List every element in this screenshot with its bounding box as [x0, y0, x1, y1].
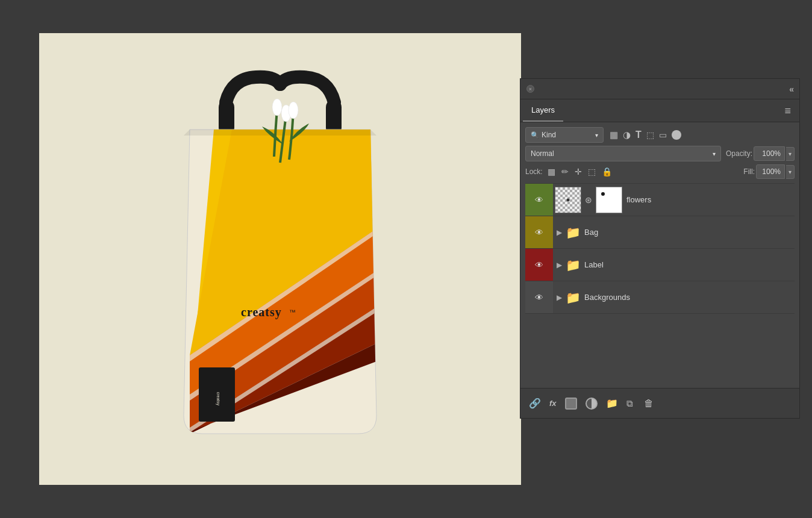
eye-icon: 👁	[535, 228, 543, 237]
filter-smart-icon[interactable]: ▭	[659, 130, 667, 140]
lock-label: Lock:	[525, 167, 543, 176]
layer-visibility-label[interactable]: 👁	[525, 249, 553, 281]
blend-chevron-icon: ▾	[713, 151, 716, 157]
app-container: creatsy creatsy ™	[0, 0, 812, 518]
filter-adjustments-icon[interactable]: ◑	[623, 130, 631, 140]
opacity-chevron[interactable]: ▾	[786, 147, 795, 161]
panel-bottom-toolbar: 🔗 fx 📁 ⧉ 🗑	[520, 388, 799, 418]
lock-row: Lock: ▦ ✏ ✛ ⬚ 🔒 Fill: 100% ▾	[525, 164, 795, 179]
panel-tabs: Layers ≡	[520, 99, 799, 122]
panel-close-button[interactable]: ×	[526, 85, 534, 93]
adjustment-layer-button[interactable]	[586, 398, 598, 410]
svg-point-18	[272, 99, 282, 116]
blend-mode-dropdown[interactable]: Normal ▾	[525, 146, 721, 161]
svg-text:creatsy: creatsy	[216, 392, 220, 406]
panel-body: 🔍 Kind ▾ ▦ ◑ T ⬚ ▭	[520, 122, 799, 388]
new-artboard-button[interactable]: ⧉	[626, 398, 633, 409]
layer-thumbnail-flowers-1	[555, 187, 581, 213]
delete-layer-button[interactable]: 🗑	[644, 398, 654, 409]
layer-name-label: Label	[584, 260, 795, 269]
folder-icon-backgrounds: 📁	[566, 290, 581, 305]
expand-icon-label[interactable]: ▶	[553, 261, 566, 269]
opacity-group: Opacity: 100% ▾	[726, 146, 795, 161]
panel-menu-button[interactable]: ≡	[778, 105, 797, 116]
layer-name-backgrounds: Backgrounds	[584, 293, 795, 302]
filter-text-icon[interactable]: T	[636, 130, 642, 140]
layer-row-backgrounds[interactable]: 👁 ▶ 📁 Backgrounds	[525, 281, 795, 314]
layer-chain-icon: ⊛	[583, 195, 594, 205]
layer-thumbnail-flowers-2	[596, 187, 622, 213]
lock-transparency-icon[interactable]: ▦	[548, 167, 555, 176]
kind-filter-dropdown[interactable]: 🔍 Kind ▾	[525, 127, 604, 143]
lock-position-icon[interactable]: ✛	[575, 167, 582, 176]
filter-shape-icon[interactable]: ⬚	[646, 130, 654, 140]
layer-visibility-backgrounds[interactable]: 👁	[525, 281, 553, 313]
filter-icons-group: ▦ ◑ T ⬚ ▭	[610, 130, 681, 140]
layer-name-flowers: flowers	[624, 195, 795, 204]
lock-all-icon[interactable]: 🔒	[602, 167, 612, 176]
close-icon: ×	[529, 86, 532, 92]
lock-artboard-icon[interactable]: ⬚	[588, 167, 596, 176]
new-group-button[interactable]: 📁	[606, 398, 618, 409]
link-layers-button[interactable]: 🔗	[529, 398, 541, 409]
eye-icon: 👁	[535, 293, 543, 302]
expand-icon-backgrounds[interactable]: ▶	[553, 293, 566, 302]
canvas-area: creatsy creatsy ™	[39, 33, 521, 485]
layer-row-bag[interactable]: 👁 ▶ 📁 Bag	[525, 216, 795, 249]
folder-icon-label: 📁	[566, 258, 581, 272]
fill-label: Fill:	[743, 167, 755, 176]
layer-row[interactable]: 👁 ⊛ flowers	[525, 184, 795, 216]
tote-bag-illustration: creatsy creatsy ™	[136, 66, 425, 452]
eye-icon: 👁	[535, 195, 543, 205]
kind-label: Kind	[542, 131, 556, 139]
hamburger-menu-icon: ≡	[784, 105, 791, 117]
search-icon: 🔍	[531, 131, 539, 139]
fill-chevron[interactable]: ▾	[786, 165, 795, 179]
layers-list: 👁 ⊛ flowers	[525, 183, 795, 388]
collapse-icon: «	[789, 84, 793, 94]
svg-text:™: ™	[289, 308, 296, 316]
chevron-down-icon: ▾	[595, 132, 598, 139]
folder-icon-bag: 📁	[566, 225, 581, 240]
svg-point-17	[289, 102, 298, 119]
layer-name-bag: Bag	[584, 228, 795, 237]
layer-visibility-flowers[interactable]: 👁	[525, 184, 553, 216]
blend-opacity-row: Normal ▾ Opacity: 100% ▾	[525, 146, 795, 161]
layer-visibility-bag[interactable]: 👁	[525, 216, 553, 248]
tab-layers[interactable]: Layers	[523, 99, 563, 122]
layers-panel: × « Layers ≡ 🔍 Kind ▾	[520, 78, 800, 419]
fill-field[interactable]: 100%	[756, 164, 785, 179]
opacity-field[interactable]: 100%	[754, 146, 785, 161]
layer-row-label[interactable]: 👁 ▶ 📁 Label	[525, 249, 795, 281]
expand-icon-bag[interactable]: ▶	[553, 228, 566, 237]
lock-icons-group: ▦ ✏ ✛ ⬚ 🔒	[548, 167, 612, 176]
opacity-label: Opacity:	[726, 149, 752, 158]
panel-titlebar: × «	[520, 79, 799, 99]
lock-image-icon[interactable]: ✏	[561, 167, 569, 176]
blend-mode-value: Normal	[531, 149, 554, 158]
svg-text:creatsy: creatsy	[241, 305, 282, 319]
filter-image-icon[interactable]: ▦	[610, 130, 618, 140]
filter-dot-icon[interactable]	[672, 130, 681, 140]
eye-icon: 👁	[535, 260, 543, 270]
filter-row: 🔍 Kind ▾ ▦ ◑ T ⬚ ▭	[525, 127, 795, 143]
layer-mask-button[interactable]	[565, 398, 577, 410]
fill-group: Fill: 100% ▾	[743, 164, 795, 179]
panel-collapse-button[interactable]: «	[789, 84, 793, 94]
layer-fx-button[interactable]: fx	[549, 399, 557, 408]
